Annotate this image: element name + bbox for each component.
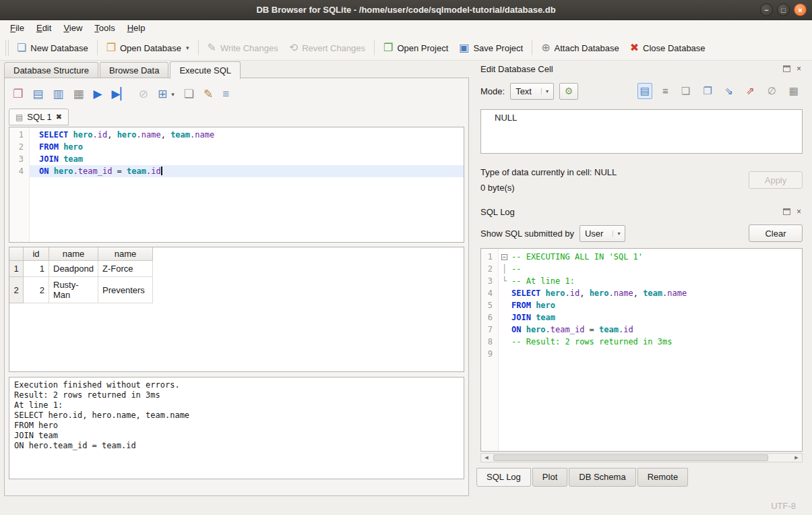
- sql-log-view[interactable]: 123456789 −│└ -- EXECUTING ALL IN 'SQL 1…: [480, 248, 803, 452]
- open-project-icon: ❒: [383, 42, 393, 53]
- open-sql-file-icon[interactable]: ❐: [13, 88, 23, 100]
- dock-tab-sql-log[interactable]: SQL Log: [476, 468, 531, 487]
- log-filter-select[interactable]: User: [580, 225, 625, 242]
- dropdown-arrow-icon[interactable]: ▾: [171, 91, 175, 98]
- clear-log-button[interactable]: Clear: [749, 224, 803, 242]
- float-dock-icon[interactable]: [783, 65, 790, 72]
- open-project-button[interactable]: ❒Open Project: [378, 39, 454, 57]
- tab-browse-data[interactable]: Browse Data: [100, 62, 168, 78]
- print-sql-icon[interactable]: ▦: [73, 88, 84, 100]
- edit-cell-title: Edit Database Cell: [480, 64, 553, 74]
- dock-tab-remote[interactable]: Remote: [637, 468, 689, 487]
- print-cell-icon[interactable]: ▦: [786, 83, 801, 99]
- corner-header[interactable]: [9, 247, 24, 261]
- main-toolbar: ❏New Database❐Open Database▾✎Write Chang…: [0, 36, 812, 61]
- auto-mode-button[interactable]: ⚙: [559, 83, 578, 100]
- menu-view[interactable]: View: [57, 22, 88, 34]
- row-header[interactable]: 2: [9, 277, 24, 303]
- row-header[interactable]: 1: [9, 261, 24, 277]
- save-sql-as-icon[interactable]: ▥: [53, 88, 63, 100]
- close-tab-icon[interactable]: ✖: [56, 113, 62, 121]
- menu-file[interactable]: File: [4, 22, 30, 34]
- execute-line-icon[interactable]: ▶▏: [112, 88, 129, 100]
- log-filter-value: User: [585, 229, 603, 239]
- cell[interactable]: Z-Force: [98, 261, 153, 277]
- mode-select[interactable]: Text: [510, 83, 554, 100]
- execution-message: Execution finished without errors. Resul…: [9, 377, 464, 479]
- apply-button[interactable]: Apply: [749, 171, 803, 189]
- code-line[interactable]: SELECT hero.id, hero.name, team.name: [30, 129, 464, 141]
- import-text-icon[interactable]: ⇘: [722, 83, 737, 99]
- export-results-icon[interactable]: ❏: [184, 88, 194, 100]
- edit-sql-icon[interactable]: ✎: [204, 88, 213, 100]
- copy-content-icon[interactable]: ❐: [700, 83, 714, 99]
- tab-database-structure[interactable]: Database Structure: [4, 62, 98, 78]
- menu-edit[interactable]: Edit: [30, 22, 57, 34]
- scroll-right-icon[interactable]: ▶: [791, 454, 802, 462]
- open-database-button[interactable]: ❐Open Database▾: [101, 39, 195, 57]
- close-button[interactable]: ×: [794, 3, 807, 16]
- fold-marker[interactable]: −: [499, 251, 510, 263]
- save-results-view-icon[interactable]: ⊞: [158, 88, 167, 100]
- code-line[interactable]: ON hero.team_id = team.id: [30, 165, 464, 177]
- dropdown-arrow-icon[interactable]: ▾: [186, 44, 189, 51]
- log-horizontal-scrollbar[interactable]: ◀ ▶: [480, 453, 803, 462]
- export-text-icon[interactable]: ⇗: [743, 83, 757, 99]
- right-dock: Edit Database Cell Mode: Text ⚙ ▤≡❏❐⇘⇗∅▦…: [475, 61, 808, 496]
- column-header[interactable]: id: [24, 247, 49, 261]
- close-database-button[interactable]: ✖Close Database: [625, 39, 711, 57]
- code-line[interactable]: FROM hero: [30, 141, 464, 153]
- save-project-button[interactable]: ▣Save Project: [454, 39, 528, 57]
- save-sql-file-icon[interactable]: ▤: [32, 88, 43, 100]
- close-dock-icon[interactable]: [795, 65, 803, 72]
- write-changes-button: ✎Write Changes: [202, 39, 284, 57]
- line-number: 1: [9, 129, 29, 141]
- log-line-numbers: 123456789: [481, 249, 499, 451]
- float-dock-icon[interactable]: [783, 208, 790, 215]
- collapse-icon[interactable]: −: [501, 254, 507, 260]
- column-header[interactable]: name: [49, 247, 98, 261]
- sql-log-title: SQL Log: [480, 207, 515, 217]
- new-database-button[interactable]: ❏New Database: [11, 39, 94, 57]
- sql-editor[interactable]: 1234 SELECT hero.id, hero.name, team.nam…: [9, 127, 464, 243]
- maximize-button[interactable]: □: [777, 3, 790, 16]
- sql-tab[interactable]: ▤SQL 1✖: [9, 109, 69, 125]
- fold-marker: [499, 287, 510, 299]
- menu-tools[interactable]: Tools: [88, 22, 121, 34]
- text-view-icon[interactable]: ▤: [637, 83, 652, 99]
- cell-value-editor[interactable]: NULL: [480, 109, 803, 154]
- cell[interactable]: Preventers: [98, 277, 153, 303]
- scroll-left-icon[interactable]: ◀: [481, 454, 492, 462]
- code-line[interactable]: JOIN team: [30, 153, 464, 165]
- toolbar-handle[interactable]: [5, 40, 9, 56]
- word-wrap-icon[interactable]: ≡: [222, 88, 229, 100]
- execute-all-icon[interactable]: ▶: [93, 88, 102, 100]
- minimize-button[interactable]: −: [760, 3, 773, 16]
- word-wrap-icon[interactable]: ≡: [660, 83, 671, 99]
- log-filter-label: Show SQL submitted by: [480, 229, 574, 239]
- line-number: 3: [9, 153, 29, 165]
- tab-execute-sql[interactable]: Execute SQL: [170, 61, 241, 79]
- results-grid[interactable]: idnamename11DeadpondZ-Force22Rusty-ManPr…: [9, 247, 464, 372]
- dock-tab-db-schema[interactable]: DB Schema: [569, 468, 635, 487]
- log-line: FROM hero: [510, 299, 802, 311]
- sql-log-controls: Show SQL submitted by User Clear: [480, 224, 803, 243]
- editor-line-numbers: 1234: [9, 127, 30, 242]
- menu-help[interactable]: Help: [121, 22, 152, 34]
- cell[interactable]: 1: [24, 261, 49, 277]
- new-content-icon[interactable]: ❏: [679, 83, 693, 99]
- cell[interactable]: 2: [24, 277, 49, 303]
- cell[interactable]: Rusty-Man: [49, 277, 98, 303]
- cell[interactable]: Deadpond: [49, 261, 98, 277]
- log-line: [510, 348, 802, 360]
- cell-editor-toolbar: Mode: Text ⚙ ▤≡❏❐⇘⇗∅▦: [480, 82, 803, 100]
- scrollbar-track[interactable]: [492, 454, 791, 462]
- editor-code[interactable]: SELECT hero.id, hero.name, team.nameFROM…: [30, 127, 464, 242]
- scrollbar-thumb[interactable]: [493, 454, 768, 461]
- column-header[interactable]: name: [98, 247, 153, 261]
- attach-database-button[interactable]: ⊕Attach Database: [536, 39, 625, 57]
- close-dock-icon[interactable]: [795, 208, 803, 215]
- set-null-icon[interactable]: ∅: [765, 83, 779, 99]
- dock-tab-plot[interactable]: Plot: [532, 468, 567, 487]
- toolbar-separator: [97, 40, 98, 55]
